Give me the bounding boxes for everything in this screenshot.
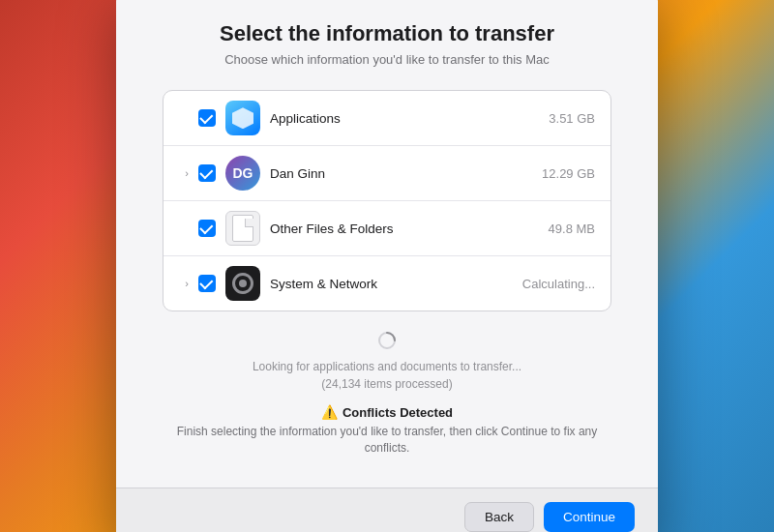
status-line1: Looking for applications and documents t… <box>163 358 611 375</box>
dan-label: Dan Ginn <box>270 166 534 181</box>
system-expand-arrow[interactable]: › <box>179 278 194 289</box>
back-button[interactable]: Back <box>464 502 534 532</box>
applications-checkbox[interactable] <box>198 109 216 127</box>
conflicts-title: ⚠️ Conflicts Detected <box>163 404 611 420</box>
dan-size: 12.29 GB <box>542 166 595 181</box>
system-checkbox[interactable] <box>198 275 216 292</box>
dialog-subtitle: Choose which information you'd like to t… <box>163 52 611 67</box>
status-area: Looking for applications and documents t… <box>163 331 611 393</box>
files-size: 49.8 MB <box>549 222 595 236</box>
applications-size: 3.51 GB <box>549 111 595 126</box>
dialog-title: Select the information to transfer <box>163 21 611 46</box>
files-icon <box>225 211 260 246</box>
transfer-dialog: Select the information to transfer Choos… <box>116 0 658 532</box>
list-item: › DG Dan Ginn 12.29 GB <box>164 146 610 201</box>
continue-button[interactable]: Continue <box>544 502 635 532</box>
list-item: Applications 3.51 GB <box>164 91 610 146</box>
other-files-row: Other Files & Folders 49.8 MB <box>164 201 610 256</box>
conflicts-title-text: Conflicts Detected <box>342 405 453 420</box>
applications-icon <box>225 101 260 135</box>
status-line2: (24,134 items processed) <box>163 375 611 393</box>
dialog-content: Select the information to transfer Choos… <box>116 0 658 488</box>
system-size: Calculating... <box>522 277 595 291</box>
files-label: Other Files & Folders <box>270 222 541 236</box>
warning-icon: ⚠️ <box>321 404 338 420</box>
dan-avatar: DG <box>225 156 260 191</box>
system-icon <box>225 266 260 301</box>
applications-label: Applications <box>270 111 541 126</box>
loading-spinner <box>377 331 397 350</box>
files-checkbox[interactable] <box>198 220 216 237</box>
system-label: System & Network <box>270 277 515 291</box>
conflicts-area: ⚠️ Conflicts Detected Finish selecting t… <box>163 404 611 457</box>
items-list: Applications 3.51 GB › DG Dan Ginn 12.29… <box>163 90 611 311</box>
dan-expand-arrow[interactable]: › <box>179 167 194 179</box>
system-icon-gear <box>232 273 253 294</box>
dan-checkbox[interactable] <box>198 164 216 182</box>
system-row: › System & Network Calculating... <box>164 256 610 310</box>
files-icon-inner <box>232 215 253 242</box>
conflicts-description: Finish selecting the information you'd l… <box>163 424 611 457</box>
dialog-footer: Back Continue <box>116 488 658 532</box>
spinner-icon <box>163 331 611 354</box>
